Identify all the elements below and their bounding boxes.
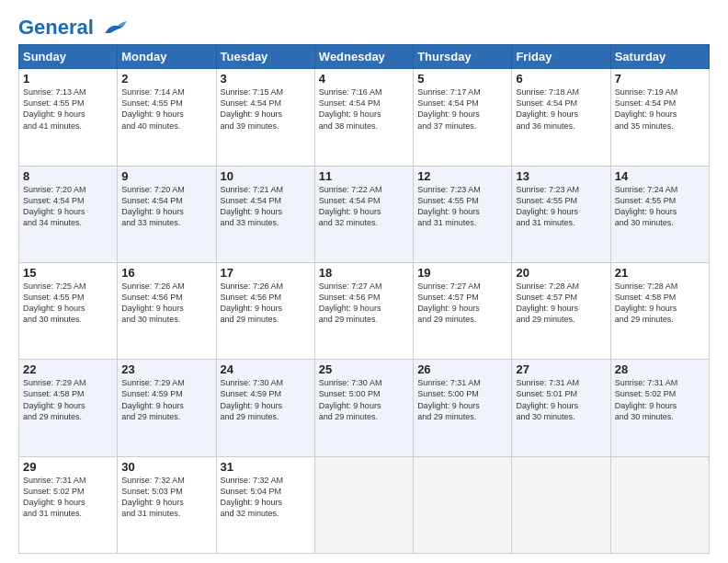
day-number: 17 [221,266,311,280]
week-row-4: 22Sunrise: 7:29 AM Sunset: 4:58 PM Dayli… [19,360,710,456]
day-cell [414,456,512,553]
day-info: Sunrise: 7:26 AM Sunset: 4:56 PM Dayligh… [121,281,211,326]
day-cell: 13Sunrise: 7:23 AM Sunset: 4:55 PM Dayli… [512,166,610,262]
day-info: Sunrise: 7:31 AM Sunset: 5:02 PM Dayligh… [23,475,113,520]
day-number: 23 [121,362,211,376]
day-info: Sunrise: 7:19 AM Sunset: 4:54 PM Dayligh… [615,86,705,132]
week-row-1: 1Sunrise: 7:13 AM Sunset: 4:55 PM Daylig… [19,69,710,166]
day-info: Sunrise: 7:27 AM Sunset: 4:56 PM Dayligh… [319,281,409,326]
day-number: 2 [121,72,211,86]
day-number: 27 [516,362,606,376]
day-number: 4 [319,72,409,86]
day-info: Sunrise: 7:32 AM Sunset: 5:03 PM Dayligh… [121,475,211,520]
day-info: Sunrise: 7:28 AM Sunset: 4:57 PM Dayligh… [516,281,606,326]
header-row: SundayMondayTuesdayWednesdayThursdayFrid… [19,45,710,69]
day-info: Sunrise: 7:32 AM Sunset: 5:04 PM Dayligh… [221,475,311,520]
day-cell: 20Sunrise: 7:28 AM Sunset: 4:57 PM Dayli… [512,262,610,359]
day-number: 8 [23,169,113,183]
day-info: Sunrise: 7:21 AM Sunset: 4:54 PM Dayligh… [221,184,311,229]
day-info: Sunrise: 7:23 AM Sunset: 4:55 PM Dayligh… [417,184,507,229]
day-header-saturday: Saturday [610,45,709,69]
logo-text: General [18,17,127,39]
calendar: SundayMondayTuesdayWednesdayThursdayFrid… [18,44,710,554]
day-number: 25 [319,362,409,376]
day-info: Sunrise: 7:18 AM Sunset: 4:54 PM Dayligh… [516,86,606,132]
day-cell: 25Sunrise: 7:30 AM Sunset: 5:00 PM Dayli… [314,360,413,456]
day-cell: 10Sunrise: 7:21 AM Sunset: 4:54 PM Dayli… [216,166,314,262]
day-number: 16 [121,266,211,280]
day-cell: 8Sunrise: 7:20 AM Sunset: 4:54 PM Daylig… [19,166,118,262]
calendar-body: 1Sunrise: 7:13 AM Sunset: 4:55 PM Daylig… [19,69,710,554]
day-cell: 26Sunrise: 7:31 AM Sunset: 5:00 PM Dayli… [414,360,512,456]
day-number: 7 [615,72,705,86]
day-info: Sunrise: 7:25 AM Sunset: 4:55 PM Dayligh… [23,281,113,326]
day-header-tuesday: Tuesday [216,45,314,69]
day-number: 12 [417,169,507,183]
logo-bird-icon [101,20,127,37]
day-number: 5 [417,72,507,86]
day-number: 9 [121,169,211,183]
day-cell: 21Sunrise: 7:28 AM Sunset: 4:58 PM Dayli… [610,262,709,359]
day-info: Sunrise: 7:27 AM Sunset: 4:57 PM Dayligh… [417,281,507,326]
day-cell: 12Sunrise: 7:23 AM Sunset: 4:55 PM Dayli… [414,166,512,262]
day-info: Sunrise: 7:14 AM Sunset: 4:55 PM Dayligh… [121,86,211,132]
day-cell: 28Sunrise: 7:31 AM Sunset: 5:02 PM Dayli… [610,360,709,456]
day-info: Sunrise: 7:13 AM Sunset: 4:55 PM Dayligh… [23,86,113,132]
day-info: Sunrise: 7:17 AM Sunset: 4:54 PM Dayligh… [417,86,507,132]
day-number: 30 [121,460,211,474]
day-cell: 9Sunrise: 7:20 AM Sunset: 4:54 PM Daylig… [118,166,216,262]
day-header-sunday: Sunday [19,45,118,69]
day-cell: 7Sunrise: 7:19 AM Sunset: 4:54 PM Daylig… [610,69,709,166]
day-cell: 2Sunrise: 7:14 AM Sunset: 4:55 PM Daylig… [118,69,216,166]
day-number: 18 [319,266,409,280]
day-header-monday: Monday [118,45,216,69]
day-number: 24 [221,362,311,376]
calendar-table: SundayMondayTuesdayWednesdayThursdayFrid… [18,44,710,554]
day-cell: 11Sunrise: 7:22 AM Sunset: 4:54 PM Dayli… [314,166,413,262]
day-cell: 24Sunrise: 7:30 AM Sunset: 4:59 PM Dayli… [216,360,314,456]
page: General SundayMondayTuesdayWednesdayThur… [0,0,728,563]
day-cell: 27Sunrise: 7:31 AM Sunset: 5:01 PM Dayli… [512,360,610,456]
day-info: Sunrise: 7:15 AM Sunset: 4:54 PM Dayligh… [221,86,311,132]
day-cell: 3Sunrise: 7:15 AM Sunset: 4:54 PM Daylig… [216,69,314,166]
day-header-thursday: Thursday [414,45,512,69]
day-header-friday: Friday [512,45,610,69]
week-row-3: 15Sunrise: 7:25 AM Sunset: 4:55 PM Dayli… [19,262,710,359]
day-cell: 5Sunrise: 7:17 AM Sunset: 4:54 PM Daylig… [414,69,512,166]
day-number: 19 [417,266,507,280]
day-cell: 31Sunrise: 7:32 AM Sunset: 5:04 PM Dayli… [216,456,314,553]
day-cell: 4Sunrise: 7:16 AM Sunset: 4:54 PM Daylig… [314,69,413,166]
day-number: 10 [221,169,311,183]
day-header-wednesday: Wednesday [314,45,413,69]
day-cell: 23Sunrise: 7:29 AM Sunset: 4:59 PM Dayli… [118,360,216,456]
day-number: 3 [221,72,311,86]
day-number: 31 [221,460,311,474]
day-info: Sunrise: 7:30 AM Sunset: 4:59 PM Dayligh… [221,377,311,422]
day-cell: 14Sunrise: 7:24 AM Sunset: 4:55 PM Dayli… [610,166,709,262]
day-cell [314,456,413,553]
day-info: Sunrise: 7:29 AM Sunset: 4:58 PM Dayligh… [23,377,113,422]
week-row-2: 8Sunrise: 7:20 AM Sunset: 4:54 PM Daylig… [19,166,710,262]
day-number: 14 [615,169,705,183]
day-info: Sunrise: 7:26 AM Sunset: 4:56 PM Dayligh… [221,281,311,326]
day-number: 22 [23,362,113,376]
day-info: Sunrise: 7:29 AM Sunset: 4:59 PM Dayligh… [121,377,211,422]
week-row-5: 29Sunrise: 7:31 AM Sunset: 5:02 PM Dayli… [19,456,710,553]
day-info: Sunrise: 7:30 AM Sunset: 5:00 PM Dayligh… [319,377,409,422]
day-cell: 17Sunrise: 7:26 AM Sunset: 4:56 PM Dayli… [216,262,314,359]
day-number: 11 [319,169,409,183]
day-cell: 29Sunrise: 7:31 AM Sunset: 5:02 PM Dayli… [19,456,118,553]
day-info: Sunrise: 7:31 AM Sunset: 5:02 PM Dayligh… [615,377,705,422]
day-info: Sunrise: 7:20 AM Sunset: 4:54 PM Dayligh… [121,184,211,229]
day-info: Sunrise: 7:22 AM Sunset: 4:54 PM Dayligh… [319,184,409,229]
day-number: 21 [615,266,705,280]
day-number: 26 [417,362,507,376]
day-number: 1 [23,72,113,86]
day-cell: 16Sunrise: 7:26 AM Sunset: 4:56 PM Dayli… [118,262,216,359]
day-cell: 18Sunrise: 7:27 AM Sunset: 4:56 PM Dayli… [314,262,413,359]
day-info: Sunrise: 7:24 AM Sunset: 4:55 PM Dayligh… [615,184,705,229]
day-cell [512,456,610,553]
day-number: 13 [516,169,606,183]
day-number: 28 [615,362,705,376]
calendar-header: SundayMondayTuesdayWednesdayThursdayFrid… [19,45,710,69]
